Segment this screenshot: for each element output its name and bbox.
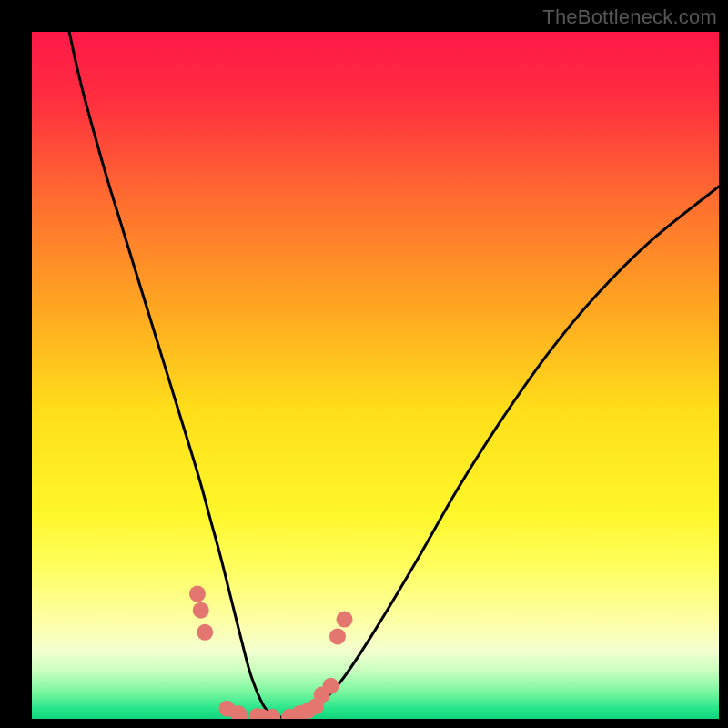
chart-frame: TheBottleneck.com — [0, 0, 728, 728]
marker-dot — [197, 624, 213, 641]
marker-dot — [337, 612, 353, 628]
marker-dot — [329, 628, 346, 644]
highlight-dots — [189, 586, 353, 719]
plot-area — [32, 32, 719, 719]
marker-dot — [322, 678, 339, 694]
marker-dot — [193, 602, 209, 619]
chart-svg — [32, 32, 719, 719]
bottleneck-curve — [66, 32, 719, 718]
watermark-text: TheBottleneck.com — [542, 5, 717, 29]
marker-dot — [189, 586, 206, 602]
